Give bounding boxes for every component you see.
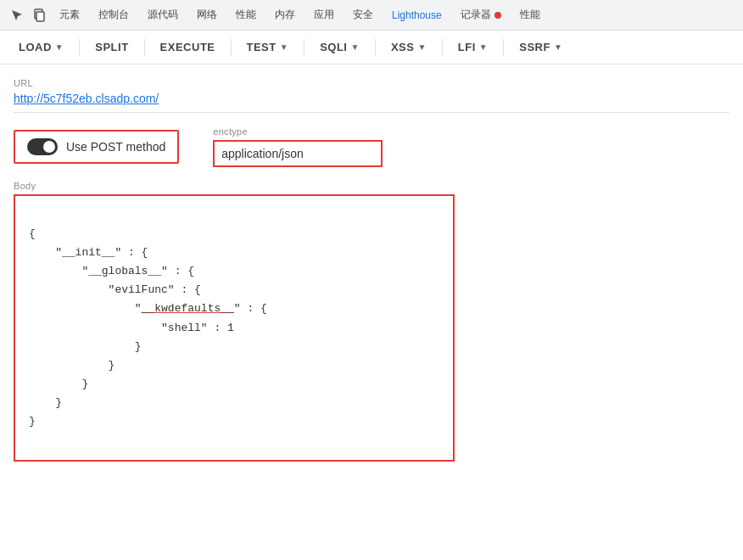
tab-security[interactable]: 安全 — [344, 3, 382, 27]
toolbar-divider-4 — [304, 39, 304, 56]
body-line-7: } — [29, 359, 115, 372]
toolbar-divider-7 — [503, 39, 504, 56]
post-toggle-section[interactable]: Use POST method — [14, 130, 179, 164]
tab-network[interactable]: 网络 — [188, 3, 226, 27]
toolbar-divider-3 — [231, 39, 232, 56]
body-line-4: "__kwdefaults__" : { — [29, 302, 267, 315]
body-line-8: } — [29, 378, 88, 390]
body-line-9: } — [29, 396, 62, 409]
enctype-section: enctype — [213, 126, 383, 167]
sqli-button[interactable]: SQLI ▼ — [311, 36, 368, 58]
sqli-arrow-icon: ▼ — [350, 42, 359, 52]
cursor-icon[interactable] — [7, 5, 27, 25]
tab-application[interactable]: 应用 — [305, 3, 343, 27]
test-arrow-icon: ▼ — [280, 42, 288, 52]
test-button[interactable]: TEST ▼ — [238, 36, 298, 58]
ssrf-arrow-icon: ▼ — [554, 42, 562, 52]
xss-button[interactable]: XSS ▼ — [383, 36, 435, 58]
toolbar-divider-5 — [375, 39, 376, 56]
tab-memory[interactable]: 内存 — [266, 3, 304, 27]
body-section: Body { "__init__" : { "__globals__" : { … — [14, 181, 729, 462]
tab-elements[interactable]: 元素 — [51, 3, 88, 27]
svg-rect-1 — [36, 12, 44, 21]
enctype-input[interactable] — [213, 140, 383, 167]
body-line-1: "__init__" : { — [29, 246, 148, 259]
main-toolbar: LOAD ▼ SPLIT EXECUTE TEST ▼ SQLI ▼ XSS ▼… — [0, 31, 743, 64]
tab-console[interactable]: 控制台 — [90, 3, 137, 27]
toolbar-divider-1 — [79, 39, 80, 56]
body-line-2: "__globals__" : { — [29, 265, 194, 277]
body-editor[interactable]: { "__init__" : { "__globals__" : { "evil… — [14, 194, 455, 462]
url-value[interactable]: http://5c7f52eb.clsadp.com/ — [14, 92, 729, 113]
toggle-thumb — [43, 141, 55, 153]
lfi-arrow-icon: ▼ — [479, 42, 488, 52]
enctype-label: enctype — [213, 126, 383, 137]
lfi-button[interactable]: LFI ▼ — [450, 36, 496, 58]
body-line-6: } — [29, 340, 142, 353]
body-line-3: "evilFunc" : { — [29, 283, 201, 296]
post-method-label: Use POST method — [66, 140, 165, 154]
url-label: URL — [14, 78, 729, 88]
copy-icon[interactable] — [29, 5, 49, 25]
xss-arrow-icon: ▼ — [417, 42, 426, 52]
devtools-tabbar: 元素 控制台 源代码 网络 性能 内存 应用 安全 Lighthouse 记录器… — [0, 0, 743, 31]
body-line-10: } — [29, 415, 36, 428]
body-line-0: { — [29, 227, 36, 240]
main-content: URL http://5c7f52eb.clsadp.com/ Use POST… — [0, 64, 743, 475]
toolbar-divider-6 — [442, 39, 443, 56]
split-button[interactable]: SPLIT — [87, 36, 137, 58]
load-button[interactable]: LOAD ▼ — [10, 36, 72, 58]
recorder-dot-icon — [494, 12, 501, 19]
tab-recorder[interactable]: 记录器 — [452, 3, 510, 27]
body-label: Body — [14, 181, 729, 191]
tab-sources[interactable]: 源代码 — [139, 3, 187, 27]
post-method-toggle[interactable] — [27, 138, 58, 155]
body-line-5: "shell" : 1 — [29, 322, 234, 334]
tab-performance2[interactable]: 性能 — [511, 3, 549, 27]
execute-button[interactable]: EXECUTE — [152, 36, 224, 58]
load-arrow-icon: ▼ — [55, 42, 64, 52]
tab-performance[interactable]: 性能 — [227, 3, 265, 27]
ssrf-button[interactable]: SSRF ▼ — [511, 36, 571, 58]
post-method-row: Use POST method enctype — [14, 126, 729, 167]
toggle-track — [27, 138, 58, 155]
tab-lighthouse[interactable]: Lighthouse — [383, 4, 450, 26]
toolbar-divider-2 — [144, 39, 145, 56]
